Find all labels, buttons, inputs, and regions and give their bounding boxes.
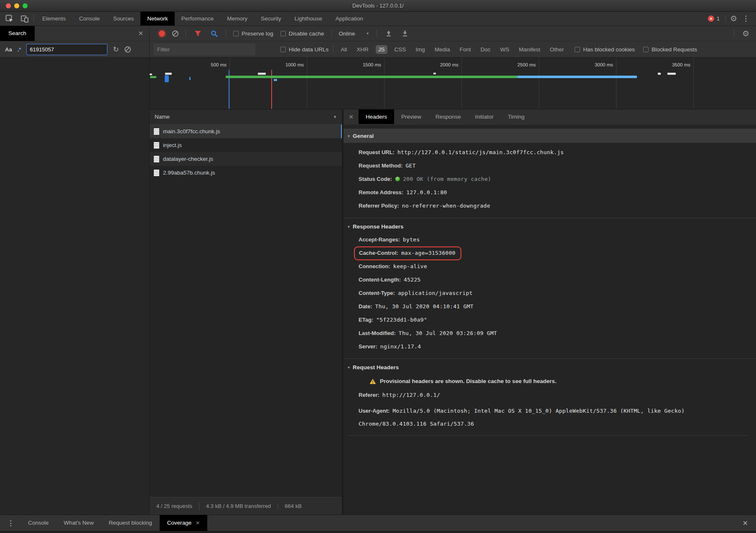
has-blocked-cookies-label: Has blocked cookies xyxy=(583,46,635,53)
error-badge[interactable]: ✕ 1 xyxy=(708,15,720,22)
request-headers-header[interactable]: ▾ Request Headers xyxy=(348,364,748,371)
response-headers-title: Response Headers xyxy=(353,223,404,230)
request-name: main.3c0f7fcc.chunk.js xyxy=(163,128,220,135)
red-annotation-box: Cache-Control:max-age=31536000 xyxy=(354,246,461,260)
error-icon: ✕ xyxy=(708,15,714,22)
script-file-icon xyxy=(154,128,159,135)
tab-response[interactable]: Response xyxy=(428,109,468,124)
tab-performance[interactable]: Performance xyxy=(175,12,220,25)
settings-gear-icon[interactable]: ⚙ xyxy=(730,15,737,23)
response-headers-section: ▾ Response Headers Accept-Ranges:bytes C… xyxy=(344,218,756,358)
blocked-requests-checkbox[interactable]: Blocked Requests xyxy=(643,46,697,53)
filter-type-xhr[interactable]: XHR xyxy=(354,45,371,54)
tab-preview[interactable]: Preview xyxy=(394,109,428,124)
clear-requests-icon[interactable] xyxy=(172,30,178,37)
request-row[interactable]: inject.js xyxy=(150,138,342,152)
filter-type-css[interactable]: CSS xyxy=(392,45,409,54)
drawer-tab-coverage[interactable]: Coverage ✕ xyxy=(160,515,208,531)
tab-initiator[interactable]: Initiator xyxy=(468,109,501,124)
close-drawer-icon[interactable]: ✕ xyxy=(743,519,756,527)
tabbar-right: ✕ 1 ⚙ ⋮ xyxy=(708,12,756,25)
close-details-icon[interactable]: ✕ xyxy=(344,109,359,124)
request-headers-items: Provisional headers are shown. Disable c… xyxy=(348,371,748,430)
close-coverage-tab-icon[interactable]: ✕ xyxy=(196,515,200,531)
close-search-icon[interactable]: ✕ xyxy=(138,30,143,37)
filter-type-font[interactable]: Font xyxy=(457,45,473,54)
filter-type-other[interactable]: Other xyxy=(547,45,566,54)
search-input[interactable] xyxy=(26,44,107,55)
script-file-icon xyxy=(154,156,159,162)
request-row[interactable]: 2.99aba57b.chunk.js xyxy=(150,166,342,180)
filter-type-media[interactable]: Media xyxy=(432,45,453,54)
has-blocked-cookies-checkbox[interactable]: Has blocked cookies xyxy=(575,46,635,53)
devtools-window: DevTools - 127.0.0.1/ Elements Console S… xyxy=(0,0,756,533)
tab-application[interactable]: Application xyxy=(329,12,370,25)
header-item: Connection:keep-alive xyxy=(359,262,743,271)
filter-type-doc[interactable]: Doc xyxy=(478,45,493,54)
inspect-element-icon[interactable] xyxy=(5,14,14,23)
divider xyxy=(333,46,333,53)
divider xyxy=(226,30,226,37)
script-file-icon xyxy=(154,170,159,176)
search-requests-icon[interactable] xyxy=(209,29,219,38)
tab-security[interactable]: Security xyxy=(254,12,288,25)
device-toolbar-icon[interactable] xyxy=(20,14,29,23)
network-settings-gear-icon[interactable]: ⚙ xyxy=(742,30,749,38)
request-row[interactable]: main.3c0f7fcc.chunk.js xyxy=(150,124,342,138)
clear-search-icon[interactable] xyxy=(125,46,131,53)
header-item: Content-Length:45225 xyxy=(359,276,743,284)
drawer-tab-request-blocking[interactable]: Request blocking xyxy=(101,515,160,531)
header-item-cache-control: Cache-Control:max-age=31536000 xyxy=(359,249,743,257)
filter-type-ws[interactable]: WS xyxy=(498,45,512,54)
drawer-tab-console[interactable]: Console xyxy=(20,515,56,531)
tab-headers[interactable]: Headers xyxy=(359,109,394,124)
tabbar-icons xyxy=(0,12,32,25)
drawer-tab-coverage-label: Coverage xyxy=(167,515,192,531)
filter-type-js[interactable]: JS xyxy=(376,45,387,54)
waterfall-tick xyxy=(433,73,436,74)
tab-memory[interactable]: Memory xyxy=(220,12,254,25)
preserve-log-checkbox[interactable]: Preserve log xyxy=(233,30,273,37)
filter-type-manifest[interactable]: Manifest xyxy=(516,45,542,54)
network-overview-timeline[interactable]: 500 ms 1000 ms 1500 ms 2000 ms 2500 ms 3… xyxy=(150,58,756,109)
drawer-tab-whats-new[interactable]: What's New xyxy=(56,515,102,531)
record-button[interactable] xyxy=(159,30,165,37)
request-filters: Hide data URLs All XHR JS CSS Img Media … xyxy=(150,41,756,57)
name-column-header[interactable]: Name ▼ xyxy=(150,109,342,124)
response-headers-header[interactable]: ▾ Response Headers xyxy=(348,223,748,230)
tab-elements[interactable]: Elements xyxy=(36,12,72,25)
throttling-dropdown[interactable]: Online ▼ xyxy=(339,30,369,37)
tab-timing[interactable]: Timing xyxy=(501,109,532,124)
refresh-icon[interactable]: ↻ xyxy=(113,45,119,54)
more-options-icon[interactable]: ⋮ xyxy=(740,14,752,23)
tab-console[interactable]: Console xyxy=(72,12,107,25)
filter-input[interactable] xyxy=(153,43,255,56)
request-details-panel: ✕ Headers Preview Response Initiator Tim… xyxy=(344,109,756,515)
request-name: datalayer-checker.js xyxy=(163,156,213,162)
filter-type-img[interactable]: Img xyxy=(413,45,428,54)
checkbox-icon xyxy=(233,31,239,36)
search-results-area xyxy=(0,58,150,515)
import-har-icon[interactable] xyxy=(384,29,393,38)
filter-type-all[interactable]: All xyxy=(338,45,349,54)
checkbox-icon xyxy=(643,47,649,52)
tab-network[interactable]: Network xyxy=(140,12,175,25)
regex-toggle[interactable]: .* xyxy=(18,46,21,53)
request-list-panel: Name ▼ main.3c0f7fcc.chunk.js inject.js … xyxy=(150,109,342,515)
header-item-status-code: Status Code:200 OK (from memory cache) xyxy=(359,175,748,183)
gridline xyxy=(307,58,307,109)
drawer-menu-icon[interactable]: ⋮ xyxy=(0,519,20,528)
match-case-toggle[interactable]: Aa xyxy=(5,46,12,53)
blocked-requests-label: Blocked Requests xyxy=(652,46,697,53)
filter-funnel-icon[interactable] xyxy=(193,29,202,38)
filter-band: Aa .* ↻ Hide data URLs All XHR JS CSS Im… xyxy=(0,41,756,58)
general-section-header[interactable]: ▾ General xyxy=(344,129,756,143)
hide-data-urls-checkbox[interactable]: Hide data URLs xyxy=(280,46,328,53)
tab-lighthouse[interactable]: Lighthouse xyxy=(288,12,329,25)
tick-label: 3000 ms xyxy=(584,62,613,67)
export-har-icon[interactable] xyxy=(400,29,410,38)
tick-label: 2000 ms xyxy=(429,62,458,67)
disable-cache-checkbox[interactable]: Disable cache xyxy=(280,30,324,37)
tab-sources[interactable]: Sources xyxy=(107,12,141,25)
request-row[interactable]: datalayer-checker.js xyxy=(150,152,342,166)
